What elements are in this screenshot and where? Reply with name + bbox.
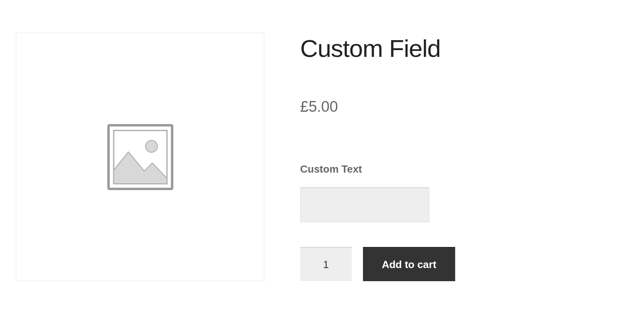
custom-text-input[interactable] xyxy=(300,187,429,222)
svg-point-2 xyxy=(145,140,157,152)
product-container: Custom Field £5.00 Custom Text Add to ca… xyxy=(0,0,644,297)
custom-text-label: Custom Text xyxy=(300,163,628,175)
add-to-cart-button[interactable]: Add to cart xyxy=(363,247,455,281)
product-image-placeholder[interactable] xyxy=(16,33,264,281)
image-placeholder-icon xyxy=(107,123,174,191)
product-price: £5.00 xyxy=(300,98,628,115)
product-title: Custom Field xyxy=(300,34,628,62)
cart-row: Add to cart xyxy=(300,247,628,281)
product-details: Custom Field £5.00 Custom Text Add to ca… xyxy=(300,33,628,281)
quantity-input[interactable] xyxy=(300,247,352,281)
